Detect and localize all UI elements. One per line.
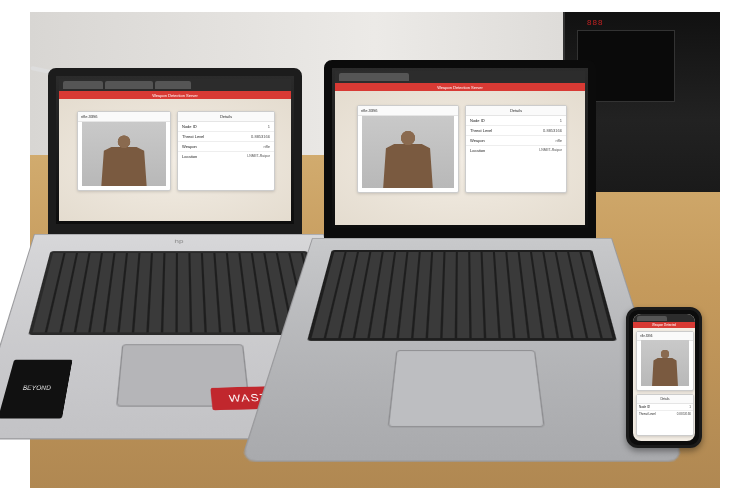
image-card-title: rifle.3396: [78, 112, 170, 122]
row-threat: Threat Level 0.8853166: [178, 132, 274, 142]
row-location: Location LNMIIT-Raipur: [178, 152, 274, 161]
detection-photo: [362, 116, 454, 188]
browser-tab[interactable]: [155, 81, 191, 89]
browser-tab-bar[interactable]: [59, 79, 291, 91]
label-node-id: Node ID: [182, 124, 197, 129]
value-location: LNMIIT-Raipur: [539, 148, 562, 153]
row-location: Location LNMIIT-Raipur: [466, 146, 566, 155]
detection-photo: [82, 122, 166, 186]
row-node-id: Node ID 1: [466, 116, 566, 126]
details-card: Details Node ID 1 Threat Level 0.8853166: [636, 394, 694, 436]
value-node-id: 1: [268, 124, 270, 129]
laptop-macbook-screen: Weapon Detection Server rifle.3396 Detai…: [335, 71, 585, 225]
laptop-macbook-lid: Weapon Detection Server rifle.3396 Detai…: [324, 60, 596, 242]
label-weapon: Weapon: [470, 138, 485, 143]
row-node-id: Node ID 1: [178, 122, 274, 132]
label-location: Location: [470, 148, 485, 153]
phone-address-bar[interactable]: [637, 316, 667, 321]
value-node-id: 1: [689, 405, 691, 409]
app-header-title: Weapon Detection Server: [152, 93, 198, 98]
image-card-title: rifle.3396: [358, 106, 458, 116]
row-node-id: Node ID 1: [637, 404, 693, 411]
browser-tab[interactable]: [105, 81, 153, 89]
lab-scene: 888 Weapon Detection Server: [30, 12, 720, 488]
details-card-title: Details: [466, 106, 566, 116]
value-location: LNMIIT-Raipur: [247, 154, 270, 159]
image-card: rifle.3396: [636, 331, 694, 391]
phone-browser-bar[interactable]: [633, 314, 695, 322]
laptop-macbook: Weapon Detection Server rifle.3396 Detai…: [312, 60, 610, 440]
laptop-hp-lid: Weapon Detection Server rifle.3396 Detai…: [48, 68, 302, 238]
value-threat: 0.8853166: [251, 134, 270, 139]
label-node-id: Node ID: [470, 118, 485, 123]
detection-photo: [641, 340, 689, 386]
row-threat: Threat Level 0.8853166: [466, 126, 566, 136]
app-header-title: Weapon Detected: [652, 323, 676, 327]
person-silhouette: [651, 347, 680, 386]
label-location: Location: [182, 154, 197, 159]
browser-tab[interactable]: [63, 81, 103, 89]
oscilloscope-readout: 888: [587, 18, 603, 27]
hp-logo: hp: [174, 238, 183, 244]
value-node-id: 1: [560, 118, 562, 123]
app-body: rifle.3396 Details Node ID 1: [335, 91, 585, 225]
details-card-title: Details: [637, 395, 693, 404]
details-card-title: Details: [178, 112, 274, 122]
app-header-bar: Weapon Detection Server: [59, 91, 291, 99]
photo-frame: 888 Weapon Detection Server: [0, 0, 750, 500]
label-weapon: Weapon: [182, 144, 197, 149]
value-threat: 0.8853166: [677, 412, 691, 416]
browser-tab[interactable]: [339, 73, 409, 81]
label-threat: Threat Level: [470, 128, 492, 133]
image-card: rifle.3396: [357, 105, 459, 193]
laptop-macbook-keyboard[interactable]: [307, 250, 617, 341]
details-card: Details Node ID 1 Threat Level 0.8853166…: [465, 105, 567, 193]
person-silhouette: [380, 127, 435, 188]
app-header-bar: Weapon Detection Server: [335, 83, 585, 91]
image-card: rifle.3396: [77, 111, 171, 191]
row-threat: Threat Level 0.8853166: [637, 411, 693, 417]
value-weapon: rifle: [556, 138, 562, 143]
laptop-macbook-trackpad[interactable]: [388, 350, 545, 427]
app-body: rifle.3396 Details Node ID 1 Threat Leve…: [633, 328, 695, 441]
label-threat: Threat Level: [639, 412, 656, 416]
app-header-title: Weapon Detection Server: [437, 85, 483, 90]
person-silhouette: [99, 132, 149, 186]
row-weapon: Weapon rifle: [466, 136, 566, 146]
row-weapon: Weapon rifle: [178, 142, 274, 152]
app-body: rifle.3396 Details Node ID 1: [59, 99, 291, 221]
smartphone-screen: Weapon Detected rifle.3396 Details Node …: [633, 314, 695, 441]
laptop-macbook-deck: [240, 238, 683, 462]
sticker-beyond: BEYOND: [0, 360, 72, 419]
value-threat: 0.8853166: [543, 128, 562, 133]
browser-tab-bar[interactable]: [335, 71, 585, 83]
label-node-id: Node ID: [639, 405, 650, 409]
label-threat: Threat Level: [182, 134, 204, 139]
laptop-hp-screen: Weapon Detection Server rifle.3396 Detai…: [59, 79, 291, 221]
value-weapon: rifle: [264, 144, 270, 149]
sticker-beyond-text: BEYOND: [22, 385, 51, 390]
details-card: Details Node ID 1 Threat Level 0.8853166…: [177, 111, 275, 191]
smartphone: Weapon Detected rifle.3396 Details Node …: [626, 307, 702, 448]
